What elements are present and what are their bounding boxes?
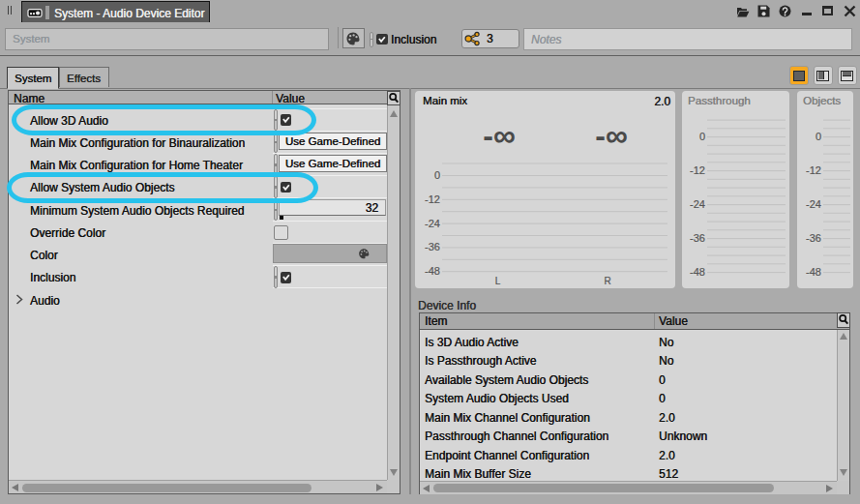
svg-text:0: 0 (815, 131, 820, 142)
svg-text:-48: -48 (425, 265, 440, 277)
svg-text:-24: -24 (425, 218, 440, 229)
svg-text:-24: -24 (806, 198, 821, 210)
svg-text:-24: -24 (690, 198, 705, 210)
svg-text:-12: -12 (690, 164, 705, 176)
svg-text:-48: -48 (690, 266, 705, 278)
svg-text:R: R (604, 276, 610, 286)
svg-text:-∞: -∞ (595, 118, 627, 153)
svg-text:0: 0 (434, 169, 440, 181)
svg-text:0: 0 (698, 131, 704, 142)
svg-text:L: L (495, 276, 501, 286)
svg-text:-12: -12 (425, 193, 440, 205)
svg-text:-48: -48 (806, 266, 821, 278)
svg-text:-∞: -∞ (483, 118, 515, 153)
svg-text:-12: -12 (806, 164, 821, 176)
svg-text:-36: -36 (806, 232, 821, 244)
svg-text:-36: -36 (425, 241, 440, 252)
svg-text:-36: -36 (690, 232, 705, 244)
